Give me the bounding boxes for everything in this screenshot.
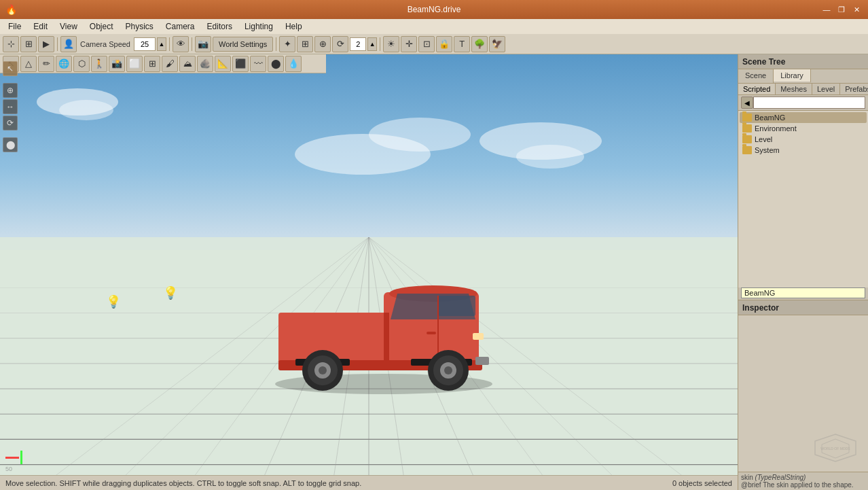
menu-lighting[interactable]: Lighting [239,20,278,33]
tb2-globe[interactable]: 🌐 [56,56,72,72]
restore-button[interactable]: ❐ [835,4,848,15]
vp-select-tool[interactable]: ↖ [3,61,18,76]
menu-file[interactable]: File [3,20,26,33]
tb-bird-btn[interactable]: 🦅 [489,36,505,52]
lamp-object-1: 💡 [163,285,178,300]
svg-rect-26 [438,296,475,316]
viewport-tools: ↖ ⊕ ↔ ⟳ ⬤ [3,61,18,152]
tb2-hex[interactable]: ⬡ [73,56,90,72]
lib-tab-meshes[interactable]: Meshes [776,84,812,94]
tb2-terrain[interactable]: ⛰ [179,56,196,72]
tb-play-btn[interactable]: ▶ [38,36,54,52]
tooltip-beamng: BeamNG [741,287,865,298]
tb2-person[interactable]: 🚶 [91,56,107,72]
svg-point-42 [319,366,327,374]
tree-item-label-level: Level [755,135,772,143]
tb-person-btn[interactable]: 👤 [60,36,77,52]
lib-tab-scripted[interactable]: Scripted [738,84,776,94]
tool-spacer [3,77,18,82]
tree-item-label-system: System [755,146,780,154]
tree-item-label-beamng: BeamNG [755,113,785,122]
menu-camera[interactable]: Camera [160,20,200,33]
menu-help[interactable]: Help [280,20,308,33]
vp-move-tool[interactable]: ⊕ [3,83,18,98]
tb-move-btn[interactable]: ✛ [401,36,417,52]
svg-rect-28 [427,332,436,334]
search-back-button[interactable]: ◀ [741,97,753,109]
tb-align-btn[interactable]: ⊡ [418,36,435,52]
svg-rect-31 [475,357,489,365]
lib-tab-prefabs[interactable]: Prefabs [840,84,868,94]
tree-content: BeamNG Environment Level System [738,111,868,287]
right-panel: Scene Tree Scene Library Scripted Meshes… [738,54,868,490]
wom-logo-svg: WORLD OF MODS [808,431,863,465]
world-settings-button[interactable]: World Settings [213,37,273,52]
inspector-footer: skin (TypeRealString) @brief The skin ap… [738,472,868,490]
menu-editors[interactable]: Editors [202,20,238,33]
tab-library[interactable]: Library [774,69,811,83]
tb2-pencil[interactable]: ✏ [38,56,54,72]
tb-cam-btn[interactable]: 📷 [195,36,211,52]
minimize-button[interactable]: — [820,4,833,15]
search-row: ◀ [738,95,868,111]
tb2-flatten[interactable]: ⬤ [268,56,284,72]
vp-scale-tool[interactable]: ↔ [3,99,18,114]
viewport[interactable]: ↖ △ ✏ 🌐 ⬡ 🚶 📸 ⬜ ⊞ 🖌 ⛰ 🪨 📐 ⬛ 〰 ⬤ 💧 [0,54,738,490]
tb-snap-btn[interactable]: ⊕ [314,36,331,52]
tb-rot-btn[interactable]: ⟳ [332,36,348,52]
vp-rotate-tool[interactable]: ⟳ [3,116,18,130]
tb-lock-btn[interactable]: 🔒 [436,36,452,52]
svg-rect-29 [384,313,389,367]
num-input[interactable] [350,37,366,51]
tb2-brush[interactable]: 🖌 [162,56,178,72]
tb2-smooth[interactable]: 〰 [250,56,266,72]
tb-eye-btn[interactable]: 👁 [173,36,189,52]
menu-edit[interactable]: Edit [28,20,53,33]
tb2-slope[interactable]: 📐 [215,56,231,72]
folder-icon-beamng [742,113,752,122]
menu-object[interactable]: Object [84,20,119,33]
tree-item-environment[interactable]: Environment [740,123,867,134]
tb-magnet-btn[interactable]: ✦ [279,36,295,52]
library-tabs: Scripted Meshes Level Prefabs [738,84,868,95]
tool-spacer2 [3,132,18,136]
tb-sep3 [192,37,192,51]
tree-item-level[interactable]: Level [740,134,867,145]
cloud4 [369,118,471,152]
tb-sep1 [57,37,58,51]
tb-select-btn[interactable]: ⊹ [3,36,19,52]
tree-item-system[interactable]: System [740,145,867,156]
tb2-stamp[interactable]: ⬛ [232,56,249,72]
lamp-object-2: 💡 [106,294,121,309]
lib-tab-level[interactable]: Level [812,84,840,94]
tb2-water[interactable]: 💧 [285,56,302,72]
objects-selected: 0 objects selected [672,479,732,487]
camera-speed-input[interactable] [134,37,156,51]
camera-speed-up[interactable]: ▲ [157,37,166,51]
titlebar-controls: — ❐ ✕ [820,4,863,15]
svg-text:WORLD OF MODS: WORLD OF MODS [820,447,850,451]
tab-scene[interactable]: Scene [738,69,774,83]
folder-icon-system [742,146,752,154]
inspector-content: WORLD OF MODS [738,315,868,472]
close-button[interactable]: ✕ [850,4,863,15]
tb-tree-btn[interactable]: 🌳 [471,36,488,52]
tb-text-btn[interactable]: T [454,36,470,52]
vp-extra-tool[interactable]: ⬤ [3,137,18,152]
num-arrow-up[interactable]: ▲ [367,37,377,51]
tb-grid2-btn[interactable]: ⊞ [297,36,313,52]
tb2-box[interactable]: ⬜ [126,56,143,72]
tb-sun-btn[interactable]: ☀ [383,36,399,52]
tree-item-beamng[interactable]: BeamNG [740,112,867,123]
tree-item-label-environment: Environment [755,124,797,133]
menu-view[interactable]: View [54,20,83,33]
tb2-select[interactable]: ⊞ [144,56,160,72]
menu-physics[interactable]: Physics [120,20,159,33]
tb2-camera[interactable]: 📸 [109,56,125,72]
tb2-erode[interactable]: 🪨 [197,56,213,72]
search-input[interactable] [753,97,865,109]
tb-grid-btn[interactable]: ⊞ [20,36,37,52]
inspector-title: Inspector [742,303,779,313]
axis-indicator: 50 [5,451,22,472]
tb2-tri[interactable]: △ [20,56,37,72]
